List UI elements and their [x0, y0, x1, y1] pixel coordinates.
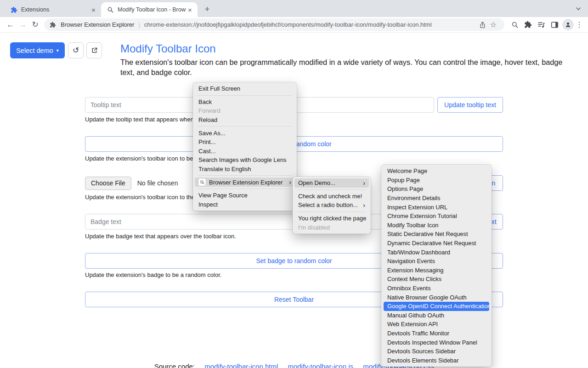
extension-submenu-item-i-m-disabled: I'm disabled	[294, 223, 369, 232]
new-tab-button[interactable]: +	[201, 3, 213, 15]
open-demo-submenu: Welcome PagePopup PageOptions PageEnviro…	[381, 165, 492, 367]
media-controls-icon[interactable]	[535, 18, 548, 31]
menu-item-label: Cast...	[198, 148, 216, 155]
demo-submenu-item-options-page[interactable]: Options Page	[384, 184, 489, 194]
extensions-puzzle-icon[interactable]	[521, 18, 535, 31]
submenu-chevron-icon: ›	[358, 180, 365, 186]
demo-submenu-item-devtools-sources-sidebar[interactable]: Devtools Sources Sidebar	[384, 347, 489, 356]
tab-modify-toolbar-icon[interactable]: Modify Toolbar Icon - Browser ×	[101, 2, 198, 17]
source-link-html[interactable]: modify-toolbar-icon.html	[204, 362, 278, 368]
context-menu-item-forward: Forward	[195, 106, 295, 115]
puzzle-icon	[10, 6, 17, 13]
context-menu-item-inspect[interactable]: Inspect	[195, 200, 295, 209]
submenu-chevron-icon: ›	[358, 202, 365, 208]
reload-button[interactable]: ↻	[29, 18, 41, 31]
menu-item-label: Search Images with Google Lens	[198, 156, 287, 163]
demo-submenu-item-navigation-events[interactable]: Navigation Events	[384, 257, 489, 266]
menu-item-label: Omnibox Events	[387, 285, 431, 292]
extension-submenu-item-open-demo[interactable]: Open Demo...›	[294, 178, 369, 188]
extension-submenu-item-check-and-uncheck-me[interactable]: Check and uncheck me!	[294, 192, 369, 201]
context-menu-item-translate-to-english[interactable]: Translate to English	[195, 165, 295, 174]
demo-submenu-item-popup-page[interactable]: Popup Page	[384, 176, 489, 185]
tab-title: Extensions	[21, 6, 90, 13]
source-code-label: Source code:	[154, 362, 195, 368]
menu-item-label: Tab/Window Dashboard	[387, 249, 450, 256]
close-tab-icon[interactable]: ×	[186, 6, 194, 14]
menu-item-label: Inspect	[198, 201, 218, 208]
demo-submenu-item-dynamic-declarative-net-request[interactable]: Dynamic Declarative Net Request	[384, 239, 489, 248]
icon-file-input: Choose File No file chosen	[85, 176, 178, 190]
demo-submenu-item-native-browser-google-oauth[interactable]: Native Browser Google OAuth	[384, 293, 489, 302]
context-menu-item-reload[interactable]: Reload	[195, 115, 295, 125]
context-menu-item-browser-extension-explorer[interactable]: Browser Extension Explorer›	[195, 178, 295, 187]
demo-submenu-item-modify-toolbar-icon[interactable]: Modify Toolbar Icon	[384, 221, 489, 230]
context-menu-item-view-page-source[interactable]: View Page Source	[195, 191, 295, 200]
page-description: The extension's toolbar icon can be prog…	[120, 58, 567, 77]
share-icon[interactable]	[477, 19, 488, 30]
url-separator: |	[138, 21, 140, 28]
demo-submenu-item-devtools-inspected-window-panel[interactable]: Devtools Inspected Window Panel	[384, 338, 489, 347]
address-bar[interactable]: Browser Extension Explorer | chrome-exte…	[44, 18, 504, 31]
demo-submenu-item-extension-messaging[interactable]: Extension Messaging	[384, 266, 489, 275]
menu-item-label: Environment Details	[387, 195, 440, 201]
menu-separator	[297, 212, 366, 212]
context-menu-item-exit-full-screen[interactable]: Exit Full Screen	[195, 84, 295, 93]
back-button[interactable]: ←	[4, 18, 17, 31]
demo-submenu-item-web-extension-api[interactable]: Web Extension API	[384, 320, 489, 329]
extension-submenu: Open Demo...›Check and uncheck me!Select…	[293, 177, 371, 234]
extension-submenu-item-you-right-clicked-the-page[interactable]: You right clicked the page	[294, 214, 369, 223]
chevron-down-icon[interactable]	[575, 6, 582, 13]
demo-submenu-item-google-openid-connect-authentication[interactable]: Google OpenID Connect Authentication	[384, 302, 489, 311]
menu-item-label: Context Menu Clicks	[387, 276, 441, 282]
source-link-js[interactable]: modify-toolbar-icon.js	[288, 362, 353, 368]
context-menu-item-search-images-with-google-lens[interactable]: Search Images with Google Lens	[195, 155, 295, 165]
forward-button[interactable]: →	[17, 18, 29, 31]
demo-submenu-item-chrome-extension-tutorial[interactable]: Chrome Extension Tutorial	[384, 212, 489, 221]
choose-file-button[interactable]: Choose File	[85, 177, 131, 190]
demo-submenu-item-context-menu-clicks[interactable]: Context Menu Clicks	[384, 275, 489, 284]
context-menu-item-cast[interactable]: Cast...	[195, 147, 295, 156]
menu-item-label: Reload	[198, 116, 217, 123]
menu-item-label: Google OpenID Connect Authentication	[387, 303, 491, 310]
close-tab-icon[interactable]: ×	[90, 6, 97, 14]
demo-submenu-item-tab-window-dashboard[interactable]: Tab/Window Dashboard	[384, 247, 489, 257]
demo-submenu-item-devtools-elements-sidebar[interactable]: Devtools Elements Sidebar	[384, 356, 489, 365]
extension-submenu-item-select-a-radio-button[interactable]: Select a radio button...›	[294, 201, 369, 210]
demo-submenu-item-manual-github-oauth[interactable]: Manual Github OAuth	[384, 311, 489, 320]
page-title: Modify Toolbar Icon	[120, 42, 216, 55]
bookmark-star-icon[interactable]: ☆	[488, 19, 499, 30]
demo-submenu-item-omnibox-events[interactable]: Omnibox Events	[384, 284, 489, 293]
caret-down-icon: ▾	[57, 48, 59, 53]
undo-button[interactable]: ↺	[68, 42, 84, 58]
menu-separator	[198, 175, 292, 176]
open-external-button[interactable]	[86, 42, 102, 58]
tab-extensions[interactable]: Extensions ×	[5, 2, 101, 17]
demo-submenu-item-inspect-extension-url[interactable]: Inspect Extension URL	[384, 202, 489, 212]
context-menu-item-print[interactable]: Print...	[195, 138, 295, 147]
search-lens-icon[interactable]	[508, 18, 521, 31]
menu-separator	[297, 190, 366, 190]
context-menu-item-back[interactable]: Back	[195, 98, 295, 107]
url-text: chrome-extension://jnofdoejfipgalklopidp…	[144, 21, 477, 28]
demo-submenu-item-static-declarative-net-request[interactable]: Static Declarative Net Request	[384, 230, 489, 239]
side-panel-icon[interactable]	[548, 18, 561, 31]
demo-submenu-item-devtools-traffic-monitor[interactable]: Devtools Traffic Monitor	[384, 329, 489, 338]
select-demo-button[interactable]: Select demo ▾	[10, 42, 65, 58]
profile-avatar[interactable]	[562, 19, 574, 30]
demo-submenu-item-welcome-page[interactable]: Welcome Page	[384, 167, 489, 176]
tab-title: Modify Toolbar Icon - Browser	[118, 6, 186, 13]
demo-submenu-item-environment-details[interactable]: Environment Details	[384, 194, 489, 203]
menu-item-label: You right clicked the page	[298, 215, 366, 222]
browser-menu-icon[interactable]: ⋮	[575, 20, 584, 29]
context-menu-item-save-as[interactable]: Save As...	[195, 128, 295, 138]
select-demo-label: Select demo	[16, 47, 53, 54]
badge-helper-text: Update the badge text that appears over …	[85, 233, 236, 240]
menu-item-label: Inspect Extension URL	[387, 204, 447, 211]
submenu-chevron-icon: ›	[284, 179, 291, 185]
menu-item-label: Translate to English	[198, 166, 251, 172]
menu-item-label: I'm disabled	[298, 224, 330, 231]
update-tooltip-button[interactable]: Update tooltip text	[437, 97, 503, 113]
file-status-text: No file chosen	[137, 179, 178, 187]
magnifier-favicon-icon	[107, 6, 114, 13]
badge-color-helper-text: Update the extension's badge to be a ran…	[85, 271, 221, 278]
